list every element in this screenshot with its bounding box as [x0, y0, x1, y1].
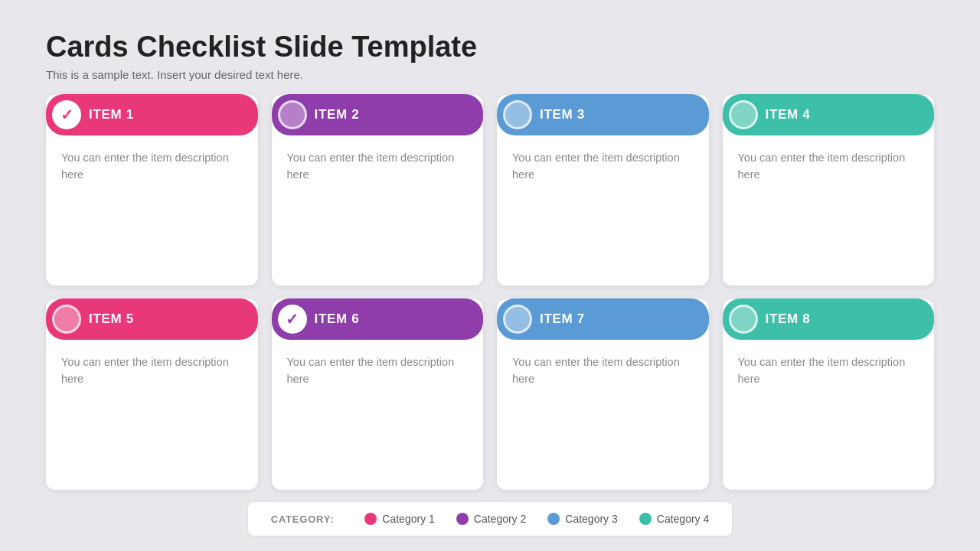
- page-subtitle: This is a sample text. Insert your desir…: [46, 68, 934, 81]
- card-title-item5: ITEM 5: [89, 311, 134, 327]
- check-circle-item6[interactable]: ✓: [278, 305, 307, 334]
- card-header-item8: ITEM 8: [723, 298, 935, 340]
- legend-item-cat1: Category 1: [364, 513, 434, 525]
- card-title-item8: ITEM 8: [766, 311, 811, 327]
- card-body-item7: You can enter the item description here: [497, 340, 709, 388]
- card-body-item2: You can enter the item description here: [272, 135, 484, 184]
- legend-dot-cat1: [364, 513, 377, 525]
- cards-grid: ✓ ITEM 1 You can enter the item descript…: [46, 95, 934, 490]
- page-title: Cards Checklist Slide Template: [46, 31, 934, 64]
- legend-bar: CATEGORY: Category 1 Category 2 Category…: [248, 502, 733, 536]
- card-body-item5: You can enter the item description here: [46, 340, 258, 388]
- card-header-item1: ✓ ITEM 1: [46, 94, 258, 135]
- check-circle-item7[interactable]: [503, 305, 532, 334]
- legend-text-cat4: Category 4: [657, 513, 709, 525]
- card-item1[interactable]: ✓ ITEM 1 You can enter the item descript…: [46, 95, 258, 285]
- card-desc-item7: You can enter the item description here: [512, 354, 694, 388]
- card-item7[interactable]: ITEM 7 You can enter the item descriptio…: [497, 299, 709, 490]
- card-item5[interactable]: ITEM 5 You can enter the item descriptio…: [46, 299, 258, 490]
- check-icon-item6: ✓: [286, 311, 299, 327]
- card-desc-item1: You can enter the item description here: [61, 149, 243, 184]
- card-header-item3: ITEM 3: [497, 94, 709, 135]
- card-header-item2: ITEM 2: [272, 94, 484, 135]
- legend-text-cat1: Category 1: [382, 513, 434, 525]
- card-header-item7: ITEM 7: [497, 298, 709, 340]
- legend-dot-cat3: [547, 513, 560, 525]
- card-body-item8: You can enter the item description here: [723, 340, 935, 388]
- header: Cards Checklist Slide Template This is a…: [46, 31, 934, 81]
- legend-dot-cat2: [456, 513, 469, 525]
- check-circle-item1[interactable]: ✓: [52, 100, 81, 129]
- card-body-item1: You can enter the item description here: [46, 135, 258, 184]
- legend-dot-cat4: [639, 513, 652, 525]
- card-desc-item2: You can enter the item description here: [287, 149, 469, 184]
- legend-text-cat3: Category 3: [565, 513, 617, 525]
- card-title-item1: ITEM 1: [89, 107, 134, 122]
- legend-text-cat2: Category 2: [474, 513, 526, 525]
- page: Cards Checklist Slide Template This is a…: [0, 0, 980, 551]
- card-item3[interactable]: ITEM 3 You can enter the item descriptio…: [497, 95, 709, 285]
- card-title-item7: ITEM 7: [540, 311, 585, 327]
- check-circle-item3[interactable]: [503, 100, 532, 129]
- check-circle-item5[interactable]: [52, 305, 81, 334]
- card-desc-item4: You can enter the item description here: [738, 149, 920, 184]
- card-title-item6: ITEM 6: [315, 311, 360, 327]
- legend-item-cat4: Category 4: [639, 513, 709, 525]
- check-icon-item1: ✓: [60, 107, 74, 122]
- card-title-item4: ITEM 4: [766, 107, 811, 122]
- card-body-item3: You can enter the item description here: [497, 135, 709, 184]
- card-desc-item8: You can enter the item description here: [738, 354, 920, 388]
- card-body-item6: You can enter the item description here: [272, 340, 484, 388]
- legend-category-label: CATEGORY:: [271, 514, 335, 525]
- card-item8[interactable]: ITEM 8 You can enter the item descriptio…: [723, 299, 935, 490]
- check-circle-item4[interactable]: [729, 100, 758, 129]
- card-item6[interactable]: ✓ ITEM 6 You can enter the item descript…: [272, 299, 484, 490]
- legend-item-cat3: Category 3: [547, 513, 617, 525]
- card-header-item4: ITEM 4: [723, 94, 935, 135]
- card-header-item5: ITEM 5: [46, 298, 258, 340]
- check-circle-item2[interactable]: [278, 100, 307, 129]
- card-desc-item5: You can enter the item description here: [61, 354, 243, 388]
- check-circle-item8[interactable]: [729, 305, 758, 334]
- legend-item-cat2: Category 2: [456, 513, 526, 525]
- card-desc-item3: You can enter the item description here: [512, 149, 694, 184]
- card-item4[interactable]: ITEM 4 You can enter the item descriptio…: [723, 95, 935, 285]
- card-title-item3: ITEM 3: [540, 107, 585, 122]
- card-item2[interactable]: ITEM 2 You can enter the item descriptio…: [272, 95, 484, 285]
- card-title-item2: ITEM 2: [315, 107, 360, 122]
- card-body-item4: You can enter the item description here: [723, 135, 935, 184]
- card-header-item6: ✓ ITEM 6: [272, 298, 484, 340]
- card-desc-item6: You can enter the item description here: [287, 354, 469, 388]
